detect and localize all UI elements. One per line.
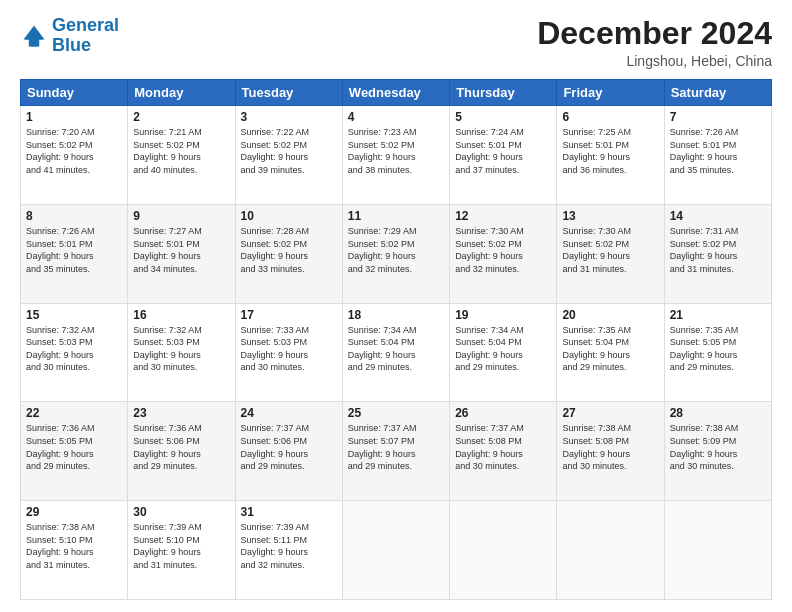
table-row: 27Sunrise: 7:38 AMSunset: 5:08 PMDayligh…: [557, 402, 664, 501]
day-number: 28: [670, 406, 766, 420]
table-row: 9Sunrise: 7:27 AMSunset: 5:01 PMDaylight…: [128, 204, 235, 303]
day-number: 13: [562, 209, 658, 223]
table-row: 28Sunrise: 7:38 AMSunset: 5:09 PMDayligh…: [664, 402, 771, 501]
logo: General Blue: [20, 16, 119, 56]
day-info: Sunrise: 7:32 AMSunset: 5:03 PMDaylight:…: [133, 324, 229, 374]
table-row: 12Sunrise: 7:30 AMSunset: 5:02 PMDayligh…: [450, 204, 557, 303]
day-info: Sunrise: 7:23 AMSunset: 5:02 PMDaylight:…: [348, 126, 444, 176]
day-number: 11: [348, 209, 444, 223]
day-number: 6: [562, 110, 658, 124]
day-number: 5: [455, 110, 551, 124]
day-number: 12: [455, 209, 551, 223]
col-tuesday: Tuesday: [235, 80, 342, 106]
day-info: Sunrise: 7:39 AMSunset: 5:10 PMDaylight:…: [133, 521, 229, 571]
table-row: [664, 501, 771, 600]
day-info: Sunrise: 7:31 AMSunset: 5:02 PMDaylight:…: [670, 225, 766, 275]
table-row: 29Sunrise: 7:38 AMSunset: 5:10 PMDayligh…: [21, 501, 128, 600]
day-info: Sunrise: 7:38 AMSunset: 5:10 PMDaylight:…: [26, 521, 122, 571]
table-row: 15Sunrise: 7:32 AMSunset: 5:03 PMDayligh…: [21, 303, 128, 402]
title-block: December 2024 Lingshou, Hebei, China: [537, 16, 772, 69]
table-row: 21Sunrise: 7:35 AMSunset: 5:05 PMDayligh…: [664, 303, 771, 402]
day-number: 26: [455, 406, 551, 420]
table-row: 16Sunrise: 7:32 AMSunset: 5:03 PMDayligh…: [128, 303, 235, 402]
logo-line1: General: [52, 16, 119, 36]
table-row: 26Sunrise: 7:37 AMSunset: 5:08 PMDayligh…: [450, 402, 557, 501]
day-number: 21: [670, 308, 766, 322]
day-number: 8: [26, 209, 122, 223]
day-info: Sunrise: 7:24 AMSunset: 5:01 PMDaylight:…: [455, 126, 551, 176]
table-row: 13Sunrise: 7:30 AMSunset: 5:02 PMDayligh…: [557, 204, 664, 303]
table-row: 14Sunrise: 7:31 AMSunset: 5:02 PMDayligh…: [664, 204, 771, 303]
col-sunday: Sunday: [21, 80, 128, 106]
table-row: 4Sunrise: 7:23 AMSunset: 5:02 PMDaylight…: [342, 106, 449, 205]
day-number: 16: [133, 308, 229, 322]
day-number: 30: [133, 505, 229, 519]
day-info: Sunrise: 7:32 AMSunset: 5:03 PMDaylight:…: [26, 324, 122, 374]
col-saturday: Saturday: [664, 80, 771, 106]
day-info: Sunrise: 7:36 AMSunset: 5:06 PMDaylight:…: [133, 422, 229, 472]
table-row: 18Sunrise: 7:34 AMSunset: 5:04 PMDayligh…: [342, 303, 449, 402]
day-number: 27: [562, 406, 658, 420]
day-info: Sunrise: 7:30 AMSunset: 5:02 PMDaylight:…: [455, 225, 551, 275]
table-row: [557, 501, 664, 600]
day-number: 20: [562, 308, 658, 322]
day-info: Sunrise: 7:29 AMSunset: 5:02 PMDaylight:…: [348, 225, 444, 275]
day-info: Sunrise: 7:25 AMSunset: 5:01 PMDaylight:…: [562, 126, 658, 176]
table-row: 20Sunrise: 7:35 AMSunset: 5:04 PMDayligh…: [557, 303, 664, 402]
day-info: Sunrise: 7:37 AMSunset: 5:07 PMDaylight:…: [348, 422, 444, 472]
day-info: Sunrise: 7:20 AMSunset: 5:02 PMDaylight:…: [26, 126, 122, 176]
day-info: Sunrise: 7:34 AMSunset: 5:04 PMDaylight:…: [455, 324, 551, 374]
day-info: Sunrise: 7:26 AMSunset: 5:01 PMDaylight:…: [26, 225, 122, 275]
day-info: Sunrise: 7:21 AMSunset: 5:02 PMDaylight:…: [133, 126, 229, 176]
table-row: 25Sunrise: 7:37 AMSunset: 5:07 PMDayligh…: [342, 402, 449, 501]
day-info: Sunrise: 7:35 AMSunset: 5:04 PMDaylight:…: [562, 324, 658, 374]
day-number: 1: [26, 110, 122, 124]
day-number: 9: [133, 209, 229, 223]
calendar-week-row: 29Sunrise: 7:38 AMSunset: 5:10 PMDayligh…: [21, 501, 772, 600]
day-number: 4: [348, 110, 444, 124]
day-info: Sunrise: 7:28 AMSunset: 5:02 PMDaylight:…: [241, 225, 337, 275]
table-row: 10Sunrise: 7:28 AMSunset: 5:02 PMDayligh…: [235, 204, 342, 303]
col-friday: Friday: [557, 80, 664, 106]
table-row: 11Sunrise: 7:29 AMSunset: 5:02 PMDayligh…: [342, 204, 449, 303]
day-number: 3: [241, 110, 337, 124]
day-number: 2: [133, 110, 229, 124]
day-number: 15: [26, 308, 122, 322]
day-info: Sunrise: 7:38 AMSunset: 5:08 PMDaylight:…: [562, 422, 658, 472]
day-info: Sunrise: 7:37 AMSunset: 5:08 PMDaylight:…: [455, 422, 551, 472]
calendar-table: Sunday Monday Tuesday Wednesday Thursday…: [20, 79, 772, 600]
col-thursday: Thursday: [450, 80, 557, 106]
table-row: 24Sunrise: 7:37 AMSunset: 5:06 PMDayligh…: [235, 402, 342, 501]
table-row: 3Sunrise: 7:22 AMSunset: 5:02 PMDaylight…: [235, 106, 342, 205]
logo-line2: Blue: [52, 36, 91, 56]
day-number: 18: [348, 308, 444, 322]
table-row: 1Sunrise: 7:20 AMSunset: 5:02 PMDaylight…: [21, 106, 128, 205]
calendar-week-row: 15Sunrise: 7:32 AMSunset: 5:03 PMDayligh…: [21, 303, 772, 402]
table-row: 5Sunrise: 7:24 AMSunset: 5:01 PMDaylight…: [450, 106, 557, 205]
day-info: Sunrise: 7:22 AMSunset: 5:02 PMDaylight:…: [241, 126, 337, 176]
logo-icon: [20, 22, 48, 50]
svg-rect-3: [31, 38, 38, 47]
day-number: 14: [670, 209, 766, 223]
day-info: Sunrise: 7:36 AMSunset: 5:05 PMDaylight:…: [26, 422, 122, 472]
day-info: Sunrise: 7:27 AMSunset: 5:01 PMDaylight:…: [133, 225, 229, 275]
table-row: 19Sunrise: 7:34 AMSunset: 5:04 PMDayligh…: [450, 303, 557, 402]
col-monday: Monday: [128, 80, 235, 106]
table-row: 17Sunrise: 7:33 AMSunset: 5:03 PMDayligh…: [235, 303, 342, 402]
day-number: 19: [455, 308, 551, 322]
calendar-week-row: 22Sunrise: 7:36 AMSunset: 5:05 PMDayligh…: [21, 402, 772, 501]
table-row: 30Sunrise: 7:39 AMSunset: 5:10 PMDayligh…: [128, 501, 235, 600]
day-info: Sunrise: 7:33 AMSunset: 5:03 PMDaylight:…: [241, 324, 337, 374]
day-info: Sunrise: 7:30 AMSunset: 5:02 PMDaylight:…: [562, 225, 658, 275]
day-info: Sunrise: 7:26 AMSunset: 5:01 PMDaylight:…: [670, 126, 766, 176]
day-number: 25: [348, 406, 444, 420]
day-info: Sunrise: 7:39 AMSunset: 5:11 PMDaylight:…: [241, 521, 337, 571]
table-row: 2Sunrise: 7:21 AMSunset: 5:02 PMDaylight…: [128, 106, 235, 205]
table-row: 31Sunrise: 7:39 AMSunset: 5:11 PMDayligh…: [235, 501, 342, 600]
table-row: 7Sunrise: 7:26 AMSunset: 5:01 PMDaylight…: [664, 106, 771, 205]
day-number: 22: [26, 406, 122, 420]
day-info: Sunrise: 7:37 AMSunset: 5:06 PMDaylight:…: [241, 422, 337, 472]
table-row: 8Sunrise: 7:26 AMSunset: 5:01 PMDaylight…: [21, 204, 128, 303]
day-info: Sunrise: 7:35 AMSunset: 5:05 PMDaylight:…: [670, 324, 766, 374]
calendar-week-row: 1Sunrise: 7:20 AMSunset: 5:02 PMDaylight…: [21, 106, 772, 205]
